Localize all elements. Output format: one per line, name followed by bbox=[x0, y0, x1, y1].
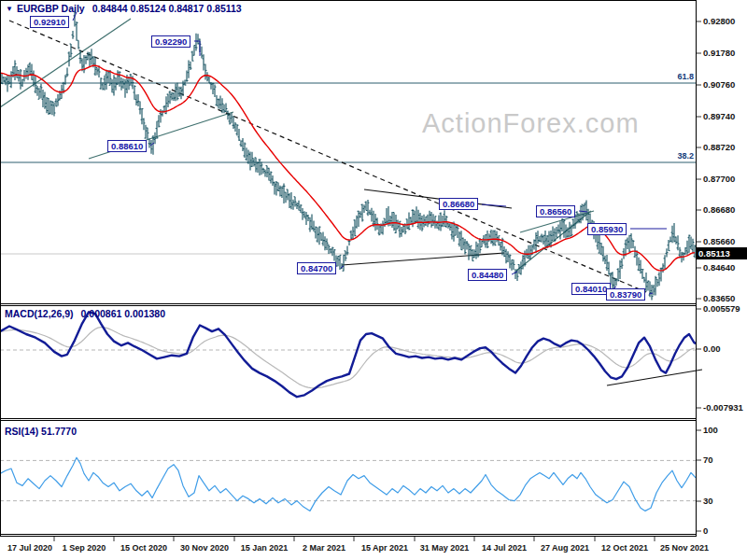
price-level-label[interactable]: 0.85930 bbox=[587, 223, 627, 235]
macd-panel-header: MACD(12,26,9)0.000861 0.001380 bbox=[5, 308, 165, 319]
date-label: 25 Nov 2021 bbox=[655, 543, 714, 553]
forex-chart-window: ActionForex.com ▼EURGBP Daily0.84844 0.8… bbox=[0, 0, 747, 560]
date-label: 31 May 2021 bbox=[415, 543, 474, 553]
price-tick-label: 0.85660 bbox=[703, 236, 735, 246]
price-level-label[interactable]: 0.84010 bbox=[571, 283, 611, 295]
price-tick-label: 0.89740 bbox=[703, 111, 735, 121]
macd-tick-label: -0.007931 bbox=[703, 402, 743, 413]
rsi-tick-label: 30 bbox=[703, 496, 713, 506]
symbol-title: EURGBP Daily bbox=[17, 3, 85, 14]
price-tick-label: 0.84640 bbox=[703, 262, 735, 273]
price-tick-label: 0.86680 bbox=[703, 204, 735, 215]
date-label: 15 Oct 2020 bbox=[114, 543, 174, 553]
macd-values: 0.000861 0.001380 bbox=[81, 308, 166, 319]
price-level-label[interactable]: 0.92910 bbox=[30, 16, 69, 28]
date-label: 17 Jul 2020 bbox=[0, 543, 60, 553]
price-tick-label: 0.83650 bbox=[703, 293, 735, 303]
ohlc-values: 0.84844 0.85124 0.84817 0.85113 bbox=[92, 3, 242, 14]
date-label: 2 Mar 2021 bbox=[294, 543, 354, 553]
rsi-tick-label: 0 bbox=[703, 525, 708, 536]
rsi-tick-label: 70 bbox=[703, 455, 713, 465]
price-level-label[interactable]: 0.84700 bbox=[297, 262, 336, 274]
price-tick-label: 0.91780 bbox=[703, 48, 735, 58]
macd-tick-label: 0.00 bbox=[703, 343, 721, 354]
price-level-label[interactable]: 0.92290 bbox=[151, 35, 190, 48]
date-label: 12 Oct 2021 bbox=[595, 543, 655, 553]
date-label: 27 Aug 2021 bbox=[535, 543, 595, 553]
price-tick-label: 0.88720 bbox=[703, 142, 735, 152]
date-label: 14 Jul 2021 bbox=[474, 543, 534, 553]
current-price-tag: 0.85113 bbox=[697, 247, 747, 259]
price-level-label[interactable]: 0.86680 bbox=[439, 198, 478, 210]
price-tick-label: 0.90760 bbox=[703, 79, 735, 90]
price-level-label[interactable]: 0.88610 bbox=[107, 140, 147, 152]
chart-canvas[interactable] bbox=[0, 0, 747, 560]
date-label: 1 Sep 2020 bbox=[54, 543, 114, 553]
fib-level-label: 61.8 bbox=[666, 72, 694, 81]
rsi-panel-header: RSI(14) 51.7770 bbox=[5, 426, 77, 437]
date-label: 30 Nov 2020 bbox=[175, 543, 234, 553]
price-panel-header: ▼EURGBP Daily0.84844 0.85124 0.84817 0.8… bbox=[6, 3, 242, 14]
price-tick-label: 0.92800 bbox=[703, 16, 735, 26]
date-label: 15 Apr 2021 bbox=[355, 543, 415, 553]
date-label: 15 Jan 2021 bbox=[234, 543, 294, 553]
fib-level-label: 38.2 bbox=[666, 151, 694, 161]
rsi-title: RSI(14) 51.7770 bbox=[5, 426, 77, 437]
price-level-label[interactable]: 0.83790 bbox=[606, 288, 645, 301]
price-level-label[interactable]: 0.86560 bbox=[536, 205, 575, 217]
macd-title: MACD(12,26,9) bbox=[5, 308, 74, 319]
price-tick-label: 0.87700 bbox=[703, 174, 735, 184]
rsi-tick-label: 100 bbox=[703, 425, 718, 435]
price-level-label[interactable]: 0.84480 bbox=[468, 269, 507, 281]
collapse-icon[interactable]: ▼ bbox=[6, 5, 13, 13]
macd-tick-label: 0.005579 bbox=[703, 303, 740, 314]
